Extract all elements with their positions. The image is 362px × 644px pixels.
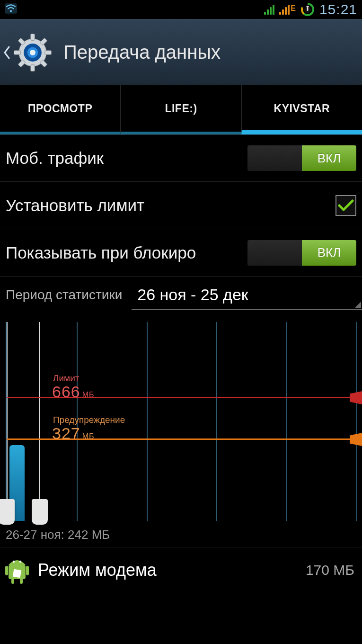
svg-rect-22: [5, 566, 8, 575]
svg-rect-10: [14, 50, 20, 54]
app-row-tethering[interactable]: Режим модема 170 МБ: [0, 547, 362, 592]
signal-sim2-icon: E: [279, 4, 296, 15]
check-icon: [338, 199, 354, 212]
battery-charging-icon: [300, 2, 315, 17]
tab-life[interactable]: LIFE:): [120, 85, 241, 134]
warning-value: 327 МБ: [52, 424, 95, 443]
show-on-lock-label: Показывать при блокиро: [6, 243, 247, 262]
row-show-on-lock: Показывать при блокиро ВКЛ: [0, 229, 362, 277]
back-icon[interactable]: [2, 42, 11, 63]
selection-range[interactable]: [7, 322, 40, 521]
svg-point-21: [19, 560, 21, 562]
show-on-lock-toggle[interactable]: ВКЛ: [247, 240, 356, 266]
toggle-off-track: [247, 240, 302, 266]
app-name: Режим модема: [38, 560, 306, 580]
limit-label: Лимит: [53, 373, 79, 384]
period-label: Период статистики: [6, 287, 122, 303]
android-icon: [5, 556, 29, 584]
svg-rect-5: [307, 7, 308, 11]
settings-gear-icon: [11, 31, 54, 74]
status-bar: E 15:21: [0, 0, 362, 19]
set-limit-checkbox[interactable]: [336, 195, 356, 216]
mobile-data-label: Моб. трафик: [6, 149, 247, 168]
row-set-limit[interactable]: Установить лимит: [0, 182, 362, 229]
range-handle-left[interactable]: [0, 499, 15, 525]
tab-kyivstar[interactable]: KYIVSTAR: [241, 85, 362, 134]
status-left: [5, 3, 17, 16]
title-bar[interactable]: Передача данных: [0, 19, 362, 85]
svg-rect-6: [306, 6, 309, 7]
limit-value-unit: МБ: [82, 391, 95, 399]
set-limit-label: Установить лимит: [6, 196, 336, 215]
wifi-icon: [5, 3, 17, 16]
warning-value-number: 327: [52, 424, 80, 443]
svg-rect-9: [31, 64, 35, 71]
period-value: 26 ноя - 25 дек: [137, 286, 248, 304]
svg-rect-25: [20, 578, 23, 584]
toggle-on-knob: ВКЛ: [302, 145, 356, 171]
network-type-label: E: [291, 4, 296, 13]
status-right: E 15:21: [264, 1, 357, 18]
limit-value-number: 666: [52, 383, 80, 401]
page-title: Передача данных: [63, 42, 221, 63]
app-usage: 170 МБ: [306, 562, 354, 578]
mobile-data-toggle[interactable]: ВКЛ: [247, 145, 356, 171]
tab-overview[interactable]: ПРОСМОТР: [0, 85, 120, 134]
svg-point-20: [13, 560, 15, 562]
selection-summary: 26-27 ноя: 242 МБ: [0, 525, 362, 547]
svg-rect-24: [11, 578, 14, 584]
toggle-off-track: [247, 145, 302, 171]
limit-value: 666 МБ: [52, 383, 95, 401]
range-handle-right[interactable]: [32, 499, 48, 525]
signal-sim1-icon: [264, 4, 274, 15]
clock: 15:21: [319, 1, 357, 18]
tabs: ПРОСМОТР LIFE:) KYIVSTAR: [0, 85, 362, 134]
svg-rect-26: [13, 569, 22, 578]
data-usage-chart[interactable]: Лимит 666 МБ Предупреждение 327 МБ: [6, 322, 356, 521]
svg-rect-11: [45, 50, 52, 54]
svg-point-18: [30, 49, 35, 55]
svg-rect-8: [31, 34, 35, 40]
svg-point-1: [10, 10, 12, 12]
row-mobile-data: Моб. трафик ВКЛ: [0, 134, 362, 182]
svg-rect-23: [26, 566, 29, 575]
row-period: Период статистики 26 ноя - 25 дек: [0, 277, 362, 313]
warning-value-unit: МБ: [82, 432, 95, 441]
warning-label: Предупреждение: [53, 415, 125, 425]
toggle-on-knob: ВКЛ: [302, 240, 356, 266]
period-select[interactable]: 26 ноя - 25 дек: [132, 280, 362, 310]
